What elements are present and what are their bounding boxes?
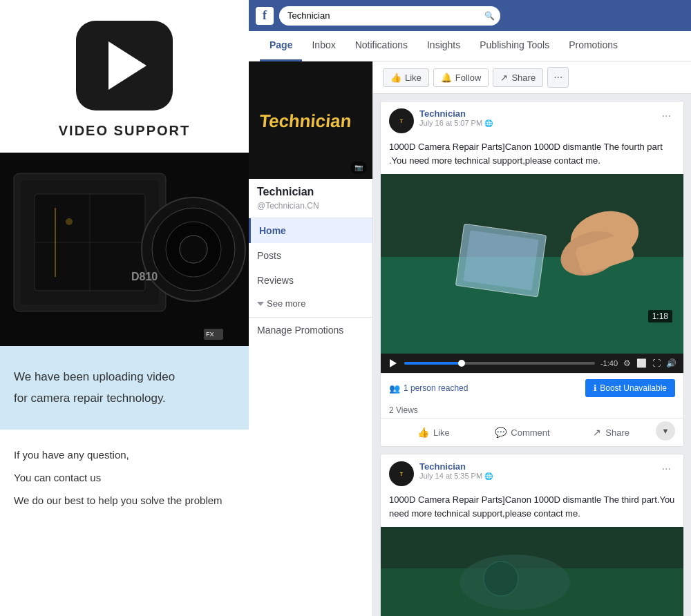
time-remaining-1: -1:40 bbox=[600, 359, 618, 367]
play-button-1[interactable] bbox=[388, 358, 399, 369]
menu-home[interactable]: Home bbox=[249, 218, 372, 243]
video-support-box: VIDEO SUPPORT bbox=[0, 0, 249, 153]
post-card-2: T Technician July 14 at 5:35 PM 🌐 ··· 10… bbox=[380, 454, 684, 616]
progress-fill-1 bbox=[404, 362, 462, 365]
video-thumbnail-1[interactable]: 1:18 bbox=[381, 174, 683, 354]
see-more-button[interactable]: See more bbox=[249, 293, 372, 314]
post-like-button-1[interactable]: 👍 Like bbox=[389, 421, 478, 443]
play-icon bbox=[108, 41, 146, 90]
post-actions-1: 👍 Like 💬 Comment ↗ Share ▼ bbox=[381, 418, 683, 446]
manage-promotions[interactable]: Manage Promotions bbox=[249, 317, 372, 343]
fb-content: Technician 📷 Technician @Technician.CN H… bbox=[249, 61, 691, 616]
progress-dot-1 bbox=[458, 360, 465, 367]
share-icon: ↗ bbox=[500, 73, 508, 83]
nav-inbox[interactable]: Inbox bbox=[302, 31, 345, 61]
share-action-label-1: Share bbox=[605, 427, 630, 438]
nav-promotions[interactable]: Promotions bbox=[559, 31, 627, 61]
globe-icon-2: 🌐 bbox=[484, 472, 493, 480]
post-share-button-1[interactable]: ↗ Share bbox=[567, 421, 656, 443]
video-icon-wrapper bbox=[76, 21, 173, 110]
post-card-1: T Technician July 16 at 5:07 PM 🌐 ··· 10… bbox=[380, 101, 684, 447]
menu-posts[interactable]: Posts bbox=[249, 243, 372, 268]
fb-action-bar: 👍 Like 🔔 Follow ↗ Share ··· bbox=[373, 61, 691, 94]
fb-sidebar: Technician 📷 Technician @Technician.CN H… bbox=[249, 61, 373, 616]
video-thumbnail-2[interactable] bbox=[381, 527, 683, 616]
facebook-panel: f 🔍 Page Inbox Notifications Insights Pu… bbox=[249, 0, 691, 616]
post-text-2: 1000D Camera Repair Parts]Canon 1000D di… bbox=[381, 493, 683, 527]
globe-icon-1: 🌐 bbox=[484, 119, 493, 127]
svg-rect-23 bbox=[463, 230, 538, 290]
camera-image: D810 FX bbox=[0, 153, 249, 346]
post-author-1[interactable]: Technician bbox=[419, 108, 658, 119]
share-label: Share bbox=[511, 73, 536, 83]
fb-nav: Page Inbox Notifications Insights Publis… bbox=[249, 31, 691, 61]
reach-link-1[interactable]: 1 person reached bbox=[404, 383, 468, 393]
white-text-line3: We do our best to help you solve the pro… bbox=[14, 489, 235, 512]
post-time-2: July 14 at 5:35 PM 🌐 bbox=[419, 472, 658, 480]
share-button[interactable]: ↗ Share bbox=[493, 68, 543, 87]
post-time-text-2: July 14 at 5:35 PM bbox=[419, 472, 482, 480]
avatar-text-2: T bbox=[400, 472, 403, 477]
play-triangle-icon bbox=[390, 359, 397, 367]
post-avatar-1: T bbox=[389, 108, 414, 133]
fb-page-cover: Technician 📷 bbox=[249, 61, 372, 179]
post-comment-button-1[interactable]: 💬 Comment bbox=[478, 421, 567, 443]
post-video-1: 1:18 -1:40 ⚙ bbox=[381, 174, 683, 373]
post-avatar-2: T bbox=[389, 461, 414, 486]
blue-text-line1: We have been uploading video bbox=[14, 367, 235, 388]
more-options-button[interactable]: ··· bbox=[547, 67, 569, 88]
info-icon: ℹ bbox=[594, 383, 597, 393]
volume-icon[interactable]: 🔊 bbox=[666, 358, 676, 368]
people-icon: 👥 bbox=[389, 383, 400, 394]
fullscreen-icon[interactable]: ⛶ bbox=[652, 358, 661, 368]
boost-label-1: Boost Unavailable bbox=[600, 383, 667, 393]
svg-text:FX: FX bbox=[206, 331, 214, 338]
post-options-2[interactable]: ··· bbox=[658, 461, 675, 477]
post-time-1: July 16 at 5:07 PM 🌐 bbox=[419, 119, 658, 127]
video-timestamp-1: 1:18 bbox=[648, 310, 672, 323]
blue-text-line2: for camera repair technology. bbox=[14, 388, 235, 410]
thumbs-up-icon: 👍 bbox=[390, 73, 401, 83]
views-count-1: 2 Views bbox=[381, 403, 683, 418]
reach-count: 1 person reached bbox=[404, 383, 468, 393]
video-controls-1: -1:40 ⚙ ⬜ ⛶ 🔊 bbox=[381, 354, 683, 373]
boost-button-1[interactable]: ℹ Boost Unavailable bbox=[585, 379, 675, 397]
nav-insights[interactable]: Insights bbox=[417, 31, 470, 61]
like-button[interactable]: 👍 Like bbox=[383, 68, 429, 87]
like-action-icon-1: 👍 bbox=[417, 427, 429, 438]
svg-point-11 bbox=[66, 218, 73, 225]
page-handle: @Technician.CN bbox=[249, 201, 372, 218]
fb-search-wrapper[interactable]: 🔍 bbox=[279, 6, 500, 26]
more-reactions-button[interactable]: ▼ bbox=[656, 421, 675, 441]
fb-logo: f bbox=[256, 7, 274, 25]
more-reactions-icon: ▼ bbox=[662, 427, 670, 435]
svg-text:D810: D810 bbox=[131, 271, 158, 282]
svg-point-30 bbox=[484, 561, 518, 596]
comment-action-label-1: Comment bbox=[511, 427, 549, 438]
like-label: Like bbox=[405, 73, 422, 83]
post-header-2: T Technician July 14 at 5:35 PM 🌐 ··· bbox=[381, 454, 683, 493]
theater-mode-icon[interactable]: ⬜ bbox=[636, 358, 647, 368]
menu-reviews[interactable]: Reviews bbox=[249, 268, 372, 293]
fb-search-input[interactable] bbox=[279, 6, 500, 26]
chevron-down-icon bbox=[257, 302, 264, 306]
video-progress-bar-1[interactable] bbox=[404, 362, 595, 365]
post-header-1: T Technician July 16 at 5:07 PM 🌐 ··· bbox=[381, 102, 683, 140]
nav-notifications[interactable]: Notifications bbox=[346, 31, 417, 61]
nav-publishing-tools[interactable]: Publishing Tools bbox=[470, 31, 559, 61]
post-text-1: 1000D Camera Repair Parts]Canon 1000D di… bbox=[381, 140, 683, 174]
follow-button[interactable]: 🔔 Follow bbox=[433, 68, 489, 87]
svg-point-9 bbox=[180, 235, 207, 263]
nav-page[interactable]: Page bbox=[260, 31, 302, 61]
page-name: Technician bbox=[249, 179, 372, 201]
left-panel: VIDEO SUPPORT bbox=[0, 0, 249, 616]
post-options-1[interactable]: ··· bbox=[658, 108, 675, 124]
search-icon: 🔍 bbox=[484, 11, 495, 21]
settings-icon[interactable]: ⚙ bbox=[623, 358, 631, 368]
see-more-label: See more bbox=[267, 298, 305, 309]
reach-info-1: 👥 1 person reached bbox=[389, 383, 468, 394]
text-section-blue: We have been uploading video for camera … bbox=[0, 346, 249, 430]
fb-logo-letter: f bbox=[263, 8, 267, 23]
white-text-line1: If you have any question, bbox=[14, 443, 235, 466]
post-author-2[interactable]: Technician bbox=[419, 461, 658, 472]
